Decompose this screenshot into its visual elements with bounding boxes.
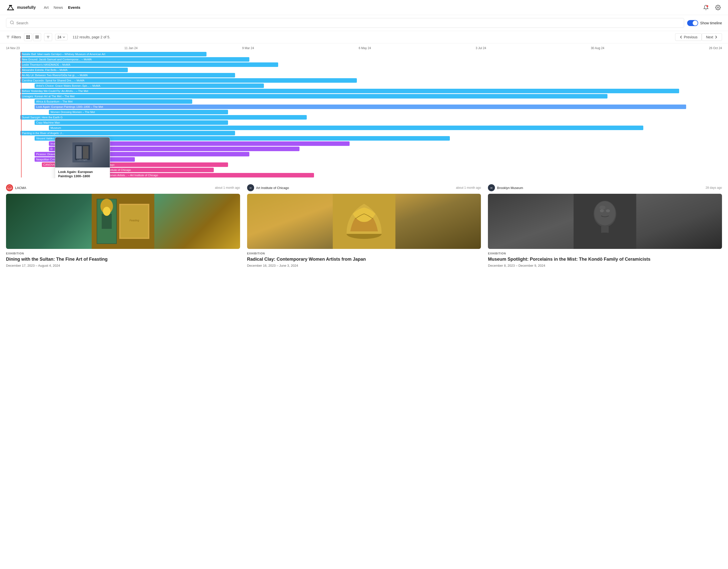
- svg-point-44: [594, 201, 615, 225]
- exhibition-card-brooklyn[interactable]: BM Brooklyn Museum 28 days ago: [488, 184, 722, 267]
- logo[interactable]: musefully: [6, 3, 36, 12]
- timeline-bar[interactable]: Lineages: Korean Art at The Met – The Me…: [20, 94, 607, 99]
- svg-point-49: [599, 206, 605, 210]
- card-time-aic: about 1 month ago: [456, 186, 481, 189]
- tooltip-image: Look Again: [55, 137, 110, 167]
- brooklyn-art: [488, 194, 722, 249]
- svg-rect-0: [6, 3, 15, 12]
- main-nav: musefully Art News Events: [0, 0, 728, 15]
- timeline-bar[interactable]: Copy Machine Man: [35, 120, 228, 125]
- svg-text:Look Again: Look Again: [77, 159, 87, 161]
- card-art-lacma: Feasting: [6, 194, 240, 249]
- timeline-bar[interactable]: Suneil Sanzgiri: Here the Earth G: [20, 115, 307, 120]
- card-museum-aic: AIC Art Institute of Chicago: [247, 184, 289, 191]
- timeline-bar[interactable]: An-My Lê: Between Two Rivers/Giữa hai gi…: [20, 73, 235, 77]
- exhibition-card-lacma[interactable]: LACMA LACMA about 1 month ago: [6, 184, 240, 267]
- svg-rect-16: [35, 38, 39, 39]
- search-input[interactable]: [16, 21, 680, 25]
- timeline-bar[interactable]: Alexandre Estrela: Flat Bells – MoMA: [20, 68, 128, 72]
- timeline-bar-africa-byzantium[interactable]: Africa & Byzantium – The Met: [35, 99, 192, 104]
- toolbar: Filters 24 112 results, page 2 of 5.: [0, 31, 728, 43]
- previous-button[interactable]: Previous: [675, 33, 702, 41]
- svg-rect-1: [9, 5, 12, 6]
- grid-view-button[interactable]: [24, 33, 32, 41]
- timeline-bar[interactable]: Carolina Caycedo: Spiral for Shared Dre.…: [20, 78, 357, 83]
- tooltip-art-icon: Look Again: [72, 142, 92, 162]
- date-2: 9 Mar 24: [242, 46, 254, 50]
- card-time-lacma: about 1 month ago: [215, 186, 240, 189]
- card-type-aic: EXHIBITION: [247, 252, 481, 255]
- card-image-lacma: Feasting: [6, 194, 240, 249]
- card-dates-lacma: December 17, 2023 – August 4, 2024: [6, 264, 240, 267]
- aic-art: [247, 194, 481, 249]
- museum-badge-lacma: LACMA: [6, 184, 13, 191]
- date-1: 11 Jan 24: [124, 46, 138, 50]
- svg-point-5: [10, 21, 13, 24]
- svg-rect-10: [26, 35, 28, 37]
- svg-text:BM: BM: [490, 187, 492, 189]
- per-page-value: 24: [57, 35, 61, 39]
- card-art-brooklyn: [488, 194, 722, 249]
- museum-name-lacma: LACMA: [15, 186, 26, 190]
- logo-icon: [6, 3, 15, 12]
- next-button[interactable]: Next: [702, 33, 722, 41]
- exhibition-card-aic[interactable]: AIC Art Institute of Chicago about 1 mon…: [247, 184, 481, 267]
- card-dates-aic: December 16, 2023 – June 3, 2024: [247, 264, 481, 267]
- card-time-brooklyn: 28 days ago: [706, 186, 722, 189]
- card-title-aic: Radical Clay: Contemporary Women Artists…: [247, 256, 481, 262]
- nav-links: Art News Events: [44, 5, 80, 10]
- card-art-aic: [247, 194, 481, 249]
- nav-art[interactable]: Art: [44, 5, 49, 10]
- chevron-left-icon: [679, 35, 683, 39]
- timeline-bar[interactable]: Before Yesterday We Could Fly: An Afrofu…: [20, 89, 679, 93]
- timeline-bar[interactable]: Artist's Choice: Grace Wales Bonner–Spir…: [35, 83, 264, 88]
- timeline-bars: Natalie Ball: bilwi naats Ga'niipci – Wh…: [6, 52, 722, 177]
- timeline-toggle[interactable]: [687, 20, 698, 26]
- sort-button[interactable]: [44, 33, 52, 41]
- timeline-section: 14 Nov 23 11 Jan 24 9 Mar 24 6 May 24 3 …: [0, 43, 728, 178]
- lacma-art: Feasting: [6, 194, 240, 249]
- settings-icon[interactable]: [714, 4, 722, 12]
- list-view-button[interactable]: [33, 33, 41, 41]
- nav-events[interactable]: Events: [68, 5, 80, 10]
- next-label: Next: [706, 35, 713, 39]
- notification-icon[interactable]: [702, 4, 710, 12]
- card-header-brooklyn: BM Brooklyn Museum 28 days ago: [488, 184, 722, 191]
- svg-point-4: [717, 7, 719, 8]
- date-4: 3 Jul 24: [476, 46, 486, 50]
- timeline-bar[interactable]: Leslie Thornton's HANDMADE – MoMA: [20, 62, 278, 67]
- svg-rect-13: [28, 37, 30, 39]
- results-info: 112 results, page 2 of 5.: [73, 35, 110, 39]
- svg-text:Feasting: Feasting: [130, 219, 139, 222]
- aic-badge-icon: AIC: [248, 185, 253, 190]
- timeline-bar[interactable]: Painting in the River of Angels: J...: [20, 131, 235, 135]
- timeline-bar-look-again[interactable]: Look Again: European Paintings 1300–1800…: [35, 105, 686, 109]
- date-6: 26 Oct 24: [709, 46, 722, 50]
- tooltip-title: Look Again: European Paintings 1300–1800: [58, 170, 107, 178]
- svg-rect-11: [28, 35, 30, 37]
- nav-news[interactable]: News: [54, 5, 63, 10]
- cards-grid: LACMA LACMA about 1 month ago: [6, 184, 722, 267]
- svg-point-45: [600, 209, 604, 212]
- svg-line-6: [13, 23, 14, 24]
- museum-name-brooklyn: Brooklyn Museum: [497, 186, 523, 190]
- chevron-right-icon: [714, 35, 718, 39]
- toggle-wrap: Show timeline: [687, 20, 722, 26]
- date-5: 30 Aug 24: [591, 46, 604, 50]
- previous-label: Previous: [684, 35, 697, 39]
- timeline-bar[interactable]: New Ground: Jacob Samuel and Contemporar…: [20, 57, 249, 62]
- svg-text:AIC: AIC: [249, 187, 252, 189]
- chevron-down-icon: [62, 36, 65, 39]
- filter-button[interactable]: Filters: [6, 35, 21, 39]
- view-buttons: [24, 33, 41, 41]
- timeline-bar[interactable]: Women Dressing Women – The Met: [49, 110, 228, 114]
- per-page-selector[interactable]: 24: [55, 34, 68, 40]
- timeline-bar[interactable]: Museum: [49, 126, 643, 130]
- search-input-wrap[interactable]: [6, 18, 684, 28]
- card-type-brooklyn: EXHIBITION: [488, 252, 722, 255]
- svg-point-32: [103, 207, 111, 216]
- filter-label: Filters: [12, 35, 21, 39]
- timeline-bar[interactable]: Natalie Ball: bilwi naats Ga'niipci – Wh…: [20, 52, 206, 56]
- timeline-dates: 14 Nov 23 11 Jan 24 9 Mar 24 6 May 24 3 …: [6, 45, 722, 52]
- svg-text:LACMA: LACMA: [7, 187, 12, 189]
